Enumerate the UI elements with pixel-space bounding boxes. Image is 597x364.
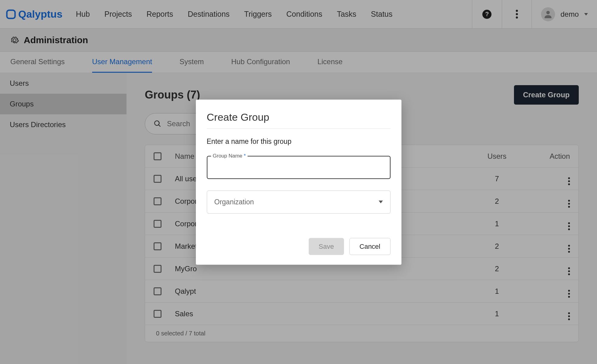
group-name-label: Group Name * bbox=[211, 153, 248, 159]
group-name-field: Group Name * bbox=[207, 156, 390, 179]
cancel-button[interactable]: Cancel bbox=[349, 238, 390, 255]
organization-label: Organization bbox=[214, 198, 254, 206]
group-name-input[interactable] bbox=[207, 156, 390, 179]
required-star: * bbox=[244, 153, 246, 158]
save-button[interactable]: Save bbox=[309, 238, 344, 255]
modal-title: Create Group bbox=[207, 111, 390, 129]
modal-actions: Save Cancel bbox=[207, 238, 390, 255]
dropdown-arrow-icon bbox=[379, 201, 383, 203]
create-group-modal: Create Group Enter a name for this group… bbox=[196, 99, 401, 265]
modal-subtitle: Enter a name for this group bbox=[207, 137, 390, 145]
organization-select[interactable]: Organization bbox=[207, 190, 390, 213]
